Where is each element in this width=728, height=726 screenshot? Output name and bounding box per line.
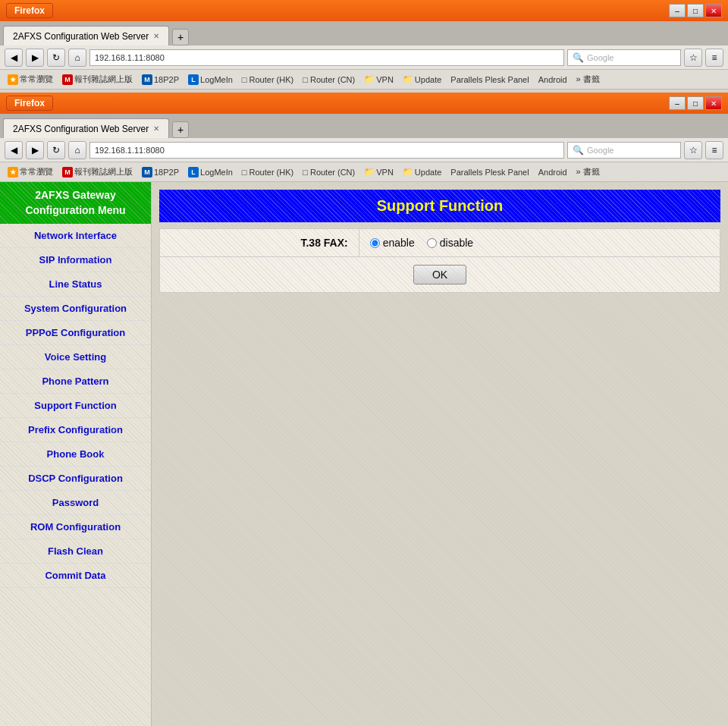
nav-menu-outer[interactable]: ≡ — [705, 49, 723, 67]
inner-bookmark-android[interactable]: Android — [535, 166, 570, 178]
enable-label: enable — [383, 237, 415, 249]
inner-bookmark-vpn[interactable]: 📁 VPN — [361, 165, 397, 178]
sidebar-item-sip-information[interactable]: SIP Information — [0, 248, 151, 272]
bookmark-android[interactable]: Android — [535, 74, 570, 86]
sidebar-item-password[interactable]: Password — [0, 491, 151, 515]
firefox-menu-inner[interactable]: Firefox — [6, 96, 53, 111]
bookmark-vpn[interactable]: 📁 VPN — [361, 73, 397, 86]
inner-bookmark-icon-changhang: ★ — [8, 167, 18, 178]
inner-bookmark-update[interactable]: 📁 Update — [400, 165, 444, 178]
bookmark-update[interactable]: 📁 Update — [400, 73, 444, 86]
bookmark-label-18p2p: 18P2P — [154, 75, 179, 84]
minimize-button-inner[interactable]: – — [669, 96, 686, 110]
bookmark-star-outer[interactable]: ☆ — [684, 49, 702, 67]
outer-window-controls: – □ ✕ — [669, 4, 722, 17]
inner-tab-bar: 2AFXS Configuration Web Server ✕ + — [0, 114, 728, 138]
inner-bookmark-magazine[interactable]: M 報刊雜誌網上版 — [59, 165, 136, 179]
sidebar-item-commit-data[interactable]: Commit Data — [0, 564, 151, 588]
bookmark-label-changhang: 常常瀏覽 — [20, 74, 53, 85]
fax-row: T.38 FAX: enable disable — [160, 229, 720, 257]
sidebar-item-prefix-configuration[interactable]: Prefix Configuration — [0, 418, 151, 442]
address-bar-outer[interactable]: 192.168.1.11:8080 — [89, 49, 564, 66]
inner-bookmark-18p2p[interactable]: M 18P2P — [139, 165, 182, 179]
back-button-outer[interactable]: ◀ — [5, 49, 23, 67]
sidebar-item-voice-setting[interactable]: Voice Setting — [0, 345, 151, 369]
sidebar-item-system-configuration[interactable]: System Configuration — [0, 297, 151, 321]
sidebar-item-flash-clean[interactable]: Flash Clean — [0, 539, 151, 564]
bookmark-router-cn[interactable]: □ Router (CN) — [300, 74, 358, 86]
fax-controls-cell: enable disable — [359, 229, 720, 257]
outer-tab-close-icon[interactable]: ✕ — [153, 32, 159, 40]
inner-bookmark-router-cn[interactable]: □ Router (CN) — [300, 166, 358, 178]
page-header: Support Function — [159, 190, 720, 222]
outer-tab-active[interactable]: 2AFXS Configuration Web Server ✕ — [3, 26, 169, 46]
outer-tab-label: 2AFXS Configuration Web Server — [13, 31, 149, 42]
maximize-button-outer[interactable]: □ — [687, 4, 704, 17]
inner-bookmark-icon-magazine: M — [62, 167, 73, 178]
bookmark-more[interactable]: » 書籤 — [573, 72, 603, 86]
inner-bookmark-logmein[interactable]: L LogMeIn — [185, 165, 236, 179]
search-placeholder-outer: Google — [587, 53, 613, 62]
bookmark-changhang[interactable]: ★ 常常瀏覽 — [5, 72, 56, 86]
inner-tab-active[interactable]: 2AFXS Configuration Web Server ✕ — [3, 118, 169, 138]
fax-radio-group: enable disable — [370, 237, 709, 249]
inner-bookmark-icon-vpn: 📁 — [364, 167, 375, 177]
sidebar-item-pppoe-configuration[interactable]: PPPoE Configuration — [0, 321, 151, 345]
disable-radio[interactable] — [427, 238, 437, 248]
inner-bookmark-parallels[interactable]: Parallels Plesk Panel — [447, 166, 532, 178]
outer-bookmarks-bar: ★ 常常瀏覽 M 報刊雜誌網上版 M 18P2P L LogMeIn □ Rou… — [0, 70, 728, 90]
home-button-outer[interactable]: ⌂ — [68, 49, 86, 67]
outer-new-tab-button[interactable]: + — [172, 29, 189, 46]
reload-button-inner[interactable]: ↻ — [47, 141, 65, 159]
ok-button[interactable]: OK — [413, 265, 466, 284]
nav-menu-inner[interactable]: ≡ — [705, 141, 723, 159]
inner-bookmark-label-update: Update — [415, 168, 441, 177]
inner-nav-bar: ◀ ▶ ↻ ⌂ 192.168.1.11:8080 🔍 Google ☆ ≡ — [0, 138, 728, 162]
inner-bookmark-more[interactable]: » 書籤 — [573, 165, 603, 179]
sidebar-item-phone-book[interactable]: Phone Book — [0, 442, 151, 467]
bookmark-router-hk[interactable]: □ Router (HK) — [239, 74, 297, 86]
inner-bookmark-router-hk[interactable]: □ Router (HK) — [239, 166, 297, 178]
inner-tab-close-icon[interactable]: ✕ — [153, 124, 159, 133]
sidebar-item-phone-pattern[interactable]: Phone Pattern — [0, 369, 151, 394]
minimize-button-outer[interactable]: – — [669, 4, 686, 17]
address-text-outer: 192.168.1.11:8080 — [95, 53, 165, 62]
bookmark-icon-logmein: L — [188, 74, 199, 85]
inner-new-tab-button[interactable]: + — [172, 121, 189, 138]
search-bar-outer[interactable]: 🔍 Google — [567, 49, 681, 66]
inner-bookmark-label-magazine: 報刊雜誌網上版 — [74, 166, 133, 178]
enable-radio-label[interactable]: enable — [370, 237, 415, 249]
inner-bookmark-icon-18p2p: M — [142, 167, 152, 178]
bookmark-logmein[interactable]: L LogMeIn — [185, 73, 236, 86]
bookmark-parallels[interactable]: Parallels Plesk Panel — [447, 74, 532, 86]
address-bar-inner[interactable]: 192.168.1.11:8080 — [89, 142, 564, 159]
close-button-outer[interactable]: ✕ — [705, 4, 722, 17]
inner-bookmark-changhang[interactable]: ★ 常常瀏覽 — [5, 165, 56, 179]
search-bar-inner[interactable]: 🔍 Google — [567, 142, 681, 159]
bookmark-icon-magazine: M — [62, 74, 73, 85]
bookmark-18p2p[interactable]: M 18P2P — [139, 73, 182, 86]
sidebar-item-rom-configuration[interactable]: ROM Configuration — [0, 515, 151, 539]
bookmark-magazine[interactable]: M 報刊雜誌網上版 — [59, 72, 136, 86]
maximize-button-inner[interactable]: □ — [687, 96, 704, 110]
reload-button-outer[interactable]: ↻ — [47, 49, 65, 67]
sidebar-item-network-interface[interactable]: Network Interface — [0, 224, 151, 248]
firefox-menu-outer[interactable]: Firefox — [6, 3, 53, 18]
bookmark-label-magazine: 報刊雜誌網上版 — [74, 74, 133, 85]
sidebar-item-line-status[interactable]: Line Status — [0, 272, 151, 297]
enable-radio[interactable] — [370, 238, 380, 248]
disable-radio-label[interactable]: disable — [427, 237, 473, 249]
home-button-inner[interactable]: ⌂ — [68, 141, 86, 159]
back-button-inner[interactable]: ◀ — [5, 141, 23, 159]
bookmark-label-parallels: Parallels Plesk Panel — [450, 75, 529, 84]
bookmark-star-inner[interactable]: ☆ — [684, 141, 702, 159]
sidebar-item-support-function[interactable]: Support Function — [0, 394, 151, 418]
inner-bookmark-label-router-cn: □ Router (CN) — [303, 168, 355, 177]
forward-button-inner[interactable]: ▶ — [26, 141, 44, 159]
forward-button-outer[interactable]: ▶ — [26, 49, 44, 67]
inner-bookmark-label-changhang: 常常瀏覽 — [20, 166, 53, 178]
bookmark-label-vpn: VPN — [376, 75, 394, 84]
sidebar-item-dscp-configuration[interactable]: DSCP Configuration — [0, 467, 151, 491]
close-button-inner[interactable]: ✕ — [705, 96, 722, 110]
inner-bookmark-icon-logmein: L — [188, 167, 199, 178]
